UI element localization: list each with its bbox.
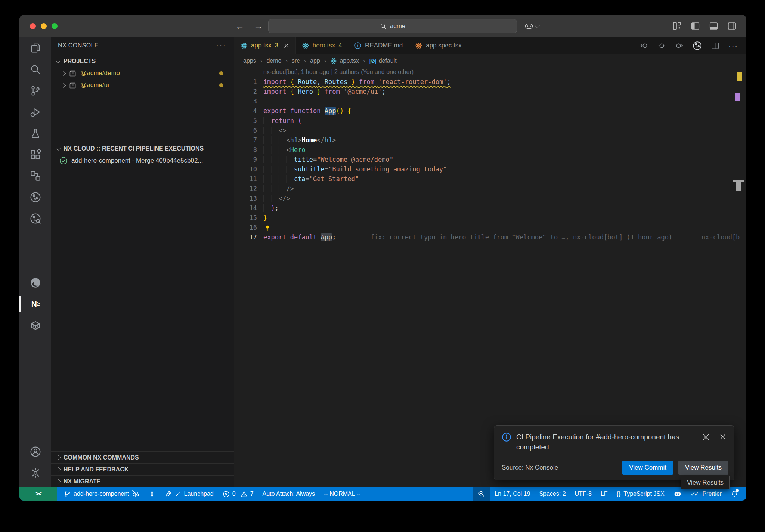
code-line-10[interactable]: 10 subtitle="Build something amazing tod… bbox=[234, 164, 746, 174]
code-line-17[interactable]: 17export default App; fix: correct typo … bbox=[234, 232, 746, 242]
lightbulb-icon[interactable] bbox=[263, 224, 272, 232]
code-line-15[interactable]: 15} bbox=[234, 213, 746, 223]
pipeline-icon[interactable] bbox=[693, 41, 702, 50]
code-line-16[interactable]: 16 bbox=[234, 223, 746, 232]
project-item[interactable]: @acme/demo bbox=[51, 67, 234, 79]
code-editor: nx-cloud[bot], 1 hour ago | 2 authors (Y… bbox=[234, 67, 746, 487]
testing-icon bbox=[30, 128, 41, 139]
step-back-icon[interactable] bbox=[640, 41, 648, 50]
activity-item-testing[interactable] bbox=[19, 123, 51, 144]
code-line-6[interactable]: 6 <> bbox=[234, 126, 746, 135]
code-line-8[interactable]: 8 <Hero bbox=[234, 145, 746, 155]
activity-item-nx[interactable]: N≥ bbox=[19, 293, 51, 315]
activity-item-edge[interactable] bbox=[19, 272, 51, 293]
launchpad-item[interactable]: Launchpad bbox=[160, 487, 218, 501]
sidebar-section-common-nx-commands[interactable]: COMMON NX COMMANDS bbox=[51, 451, 234, 463]
minimize-window-button[interactable] bbox=[41, 23, 47, 29]
code-line-12[interactable]: 12 /> bbox=[234, 184, 746, 194]
nx-cloud-section-header[interactable]: NX CLOUD :: RECENT CI PIPELINE EXECUTION… bbox=[51, 143, 234, 155]
activity-item-settings[interactable] bbox=[19, 462, 51, 483]
toggle-panel-icon[interactable] bbox=[709, 21, 718, 31]
breadcrumb-item-demo[interactable]: demo bbox=[266, 58, 281, 64]
vim-mode-item[interactable]: -- NORMAL -- bbox=[319, 487, 365, 501]
blame-header-row: nx-cloud[bot], 1 hour ago | 2 authors (Y… bbox=[234, 67, 746, 77]
close-tab-icon[interactable] bbox=[283, 43, 289, 49]
breadcrumb-item-default[interactable]: [⊘]default bbox=[369, 58, 397, 64]
language-mode-item[interactable]: {} TypeScript JSX bbox=[612, 487, 669, 501]
window-controls bbox=[30, 23, 58, 29]
zoom-indicator[interactable] bbox=[473, 487, 490, 501]
maximize-window-button[interactable] bbox=[52, 23, 58, 29]
chevron-right-icon bbox=[56, 479, 61, 484]
code-line-14[interactable]: 14 ); bbox=[234, 203, 746, 213]
activity-item-source-control[interactable] bbox=[19, 80, 51, 101]
view-results-button[interactable]: View Results bbox=[678, 461, 728, 475]
breadcrumb-item-apps[interactable]: apps bbox=[243, 58, 256, 64]
indentation-item[interactable]: Spaces: 2 bbox=[535, 487, 570, 501]
code-line-7[interactable]: 7 <h1>Home</h1> bbox=[234, 135, 746, 145]
code-line-9[interactable]: 9 title="Welcome @acme/demo" bbox=[234, 155, 746, 164]
view-commit-button[interactable]: View Commit bbox=[622, 461, 673, 475]
navigate-back-icon[interactable]: ← bbox=[235, 21, 244, 31]
success-check-icon bbox=[59, 157, 68, 165]
activity-item-pipeline[interactable] bbox=[19, 186, 51, 208]
close-window-button[interactable] bbox=[30, 23, 36, 29]
copilot-menu[interactable] bbox=[524, 19, 539, 33]
git-branch-item[interactable]: add-hero-component bbox=[59, 487, 144, 501]
notification-close-icon[interactable] bbox=[719, 433, 727, 441]
toggle-secondary-sidebar-icon[interactable] bbox=[727, 21, 737, 31]
sidebar-section-nx-migrate[interactable]: NX MIGRATE bbox=[51, 475, 234, 487]
pipeline-execution-item[interactable]: add-hero-component - Merge 409b44e5cb02.… bbox=[51, 155, 234, 167]
code-line-5[interactable]: 5 return ( bbox=[234, 116, 746, 126]
more-actions-icon[interactable]: ··· bbox=[216, 44, 226, 47]
tab-app.tsx[interactable]: app.tsx3 bbox=[234, 37, 296, 54]
projects-section-header[interactable]: PROJECTS bbox=[51, 55, 234, 67]
breadcrumb-item-app[interactable]: app bbox=[310, 58, 320, 64]
record-icon[interactable] bbox=[657, 41, 666, 50]
navigate-forward-icon[interactable]: → bbox=[254, 21, 263, 31]
activity-item-explorer[interactable] bbox=[19, 37, 51, 59]
tab-hero.tsx[interactable]: hero.tsx4 bbox=[296, 37, 348, 54]
tab-README.md[interactable]: README.md bbox=[348, 37, 409, 54]
more-actions-icon[interactable]: ··· bbox=[728, 44, 738, 47]
tab-problem-badge: 3 bbox=[275, 42, 278, 49]
remote-indicator[interactable]: >< bbox=[19, 487, 57, 501]
activity-item-account[interactable] bbox=[19, 441, 51, 462]
search-icon bbox=[30, 64, 41, 75]
code-line-2[interactable]: 2import { Hero } from '@acme/ui'; bbox=[234, 87, 746, 96]
command-center[interactable]: acme bbox=[268, 19, 517, 33]
auto-attach-item[interactable]: Auto Attach: Always bbox=[258, 487, 320, 501]
code-line-13[interactable]: 13 </> bbox=[234, 194, 746, 203]
tab-app.spec.tsx[interactable]: app.spec.tsx bbox=[409, 37, 468, 54]
code-line-4[interactable]: 4export function App() { bbox=[234, 106, 746, 116]
project-item[interactable]: @acme/ui bbox=[51, 79, 234, 91]
commit-graph-item[interactable] bbox=[144, 487, 160, 501]
customize-layout-icon[interactable] bbox=[672, 21, 682, 31]
breadcrumb-separator: › bbox=[260, 57, 263, 65]
breadcrumb-item-app.tsx[interactable]: app.tsx bbox=[330, 58, 359, 64]
step-forward-icon[interactable] bbox=[675, 41, 684, 50]
chevron-right-icon bbox=[56, 467, 61, 472]
eol-item[interactable]: LF bbox=[596, 487, 612, 501]
activity-item-workflow[interactable] bbox=[19, 165, 51, 186]
code-line-11[interactable]: 11 cta="Get Started" bbox=[234, 174, 746, 184]
breadcrumb: apps›demo›src›app›app.tsx›[⊘]default bbox=[234, 54, 746, 67]
encoding-item[interactable]: UTF-8 bbox=[570, 487, 596, 501]
activity-item-pipeline-search[interactable] bbox=[19, 208, 51, 229]
activity-item-container[interactable] bbox=[19, 315, 51, 336]
activity-item-search[interactable] bbox=[19, 59, 51, 80]
split-editor-icon[interactable] bbox=[711, 41, 719, 50]
activity-item-run-debug[interactable] bbox=[19, 101, 51, 123]
warning-icon bbox=[241, 491, 248, 498]
problems-item[interactable]: 0 7 bbox=[218, 487, 258, 501]
toggle-primary-sidebar-icon[interactable] bbox=[691, 21, 700, 31]
code-line-3[interactable]: 3 bbox=[234, 96, 746, 106]
sidebar-section-help-and-feedback[interactable]: HELP AND FEEDBACK bbox=[51, 463, 234, 475]
chevron-right-icon bbox=[61, 71, 66, 76]
activity-item-extensions[interactable] bbox=[19, 144, 51, 165]
cursor-position-item[interactable]: Ln 17, Col 19 bbox=[490, 487, 535, 501]
tab-label: README.md bbox=[365, 42, 403, 49]
breadcrumb-item-src[interactable]: src bbox=[292, 58, 300, 64]
code-line-1[interactable]: 1import { Route, Routes } from 'react-ro… bbox=[234, 77, 746, 87]
notification-settings-icon[interactable] bbox=[702, 433, 710, 441]
